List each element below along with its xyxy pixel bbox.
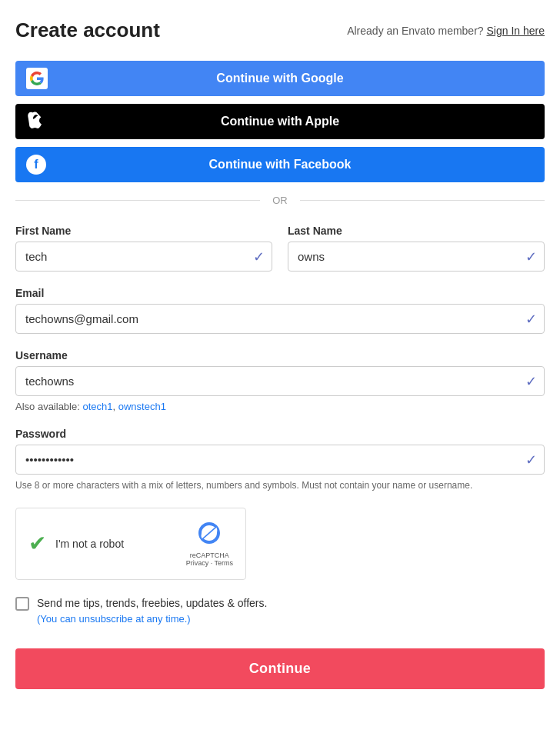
signin-link[interactable]: Sign In here <box>487 25 545 37</box>
google-button[interactable]: Continue with Google <box>15 61 545 96</box>
last-name-valid-icon: ✓ <box>525 248 537 265</box>
last-name-label: Last Name <box>288 225 545 237</box>
recaptcha-links: Privacy · Terms <box>186 559 233 567</box>
google-button-label: Continue with Google <box>216 72 343 85</box>
email-valid-icon: ✓ <box>525 311 537 328</box>
member-text: Already an Envato member? Sign In here <box>347 25 545 37</box>
password-label: Password <box>15 428 545 440</box>
last-name-input-wrapper: ✓ <box>288 242 545 272</box>
username-suggestions: Also available: otech1, ownstech1 <box>15 401 545 412</box>
page-title: Create account <box>15 18 160 42</box>
password-input-wrapper: ✓ <box>15 445 545 475</box>
facebook-icon: f <box>26 155 46 175</box>
email-input[interactable] <box>15 304 545 334</box>
facebook-button-label: Continue with Facebook <box>209 158 352 172</box>
continue-button[interactable]: Continue <box>15 648 545 689</box>
email-group: Email ✓ <box>15 287 545 334</box>
email-label: Email <box>15 287 545 299</box>
first-name-label: First Name <box>15 225 272 237</box>
email-input-wrapper: ✓ <box>15 304 545 334</box>
google-icon <box>26 68 48 89</box>
newsletter-checkbox[interactable] <box>15 597 29 611</box>
password-valid-icon: ✓ <box>525 451 537 468</box>
first-name-valid-icon: ✓ <box>253 248 265 265</box>
first-name-group: First Name ✓ <box>15 225 272 272</box>
captcha-left: ✔ I'm not a robot <box>28 531 124 556</box>
username-valid-icon: ✓ <box>525 373 537 390</box>
newsletter-text: Send me tips, trends, freebies, updates … <box>37 595 267 625</box>
last-name-group: Last Name ✓ <box>288 225 545 272</box>
last-name-input[interactable] <box>288 242 545 272</box>
password-hint: Use 8 or more characters with a mix of l… <box>15 479 545 492</box>
suggestion-2-link[interactable]: ownstech1 <box>118 401 166 412</box>
username-input[interactable] <box>15 366 545 396</box>
captcha-label: I'm not a robot <box>55 538 124 550</box>
newsletter-row: Send me tips, trends, freebies, updates … <box>15 595 545 625</box>
recaptcha-brand: reCAPTCHA <box>190 551 229 559</box>
first-name-input[interactable] <box>15 242 272 272</box>
captcha-widget[interactable]: ✔ I'm not a robot reCAPTCHA Privacy · Te… <box>15 508 246 580</box>
password-input[interactable] <box>15 445 545 475</box>
page-header: Create account Already an Envato member?… <box>15 18 545 42</box>
password-group: Password ✓ Use 8 or more characters with… <box>15 428 545 492</box>
apple-icon <box>26 112 43 132</box>
or-divider: OR <box>15 195 545 206</box>
apple-button[interactable]: Continue with Apple <box>15 104 545 139</box>
apple-button-label: Continue with Apple <box>221 115 339 128</box>
name-row: First Name ✓ Last Name ✓ <box>15 225 545 272</box>
facebook-button[interactable]: f Continue with Facebook <box>15 147 545 182</box>
suggestion-1-link[interactable]: otech1 <box>82 401 112 412</box>
first-name-input-wrapper: ✓ <box>15 242 272 272</box>
recaptcha-logo-icon <box>197 521 222 550</box>
captcha-checkmark-icon: ✔ <box>28 531 46 556</box>
captcha-right: reCAPTCHA Privacy · Terms <box>186 521 233 567</box>
username-label: Username <box>15 349 545 362</box>
username-group: Username ✓ Also available: otech1, ownst… <box>15 349 545 412</box>
username-input-wrapper: ✓ <box>15 366 545 396</box>
